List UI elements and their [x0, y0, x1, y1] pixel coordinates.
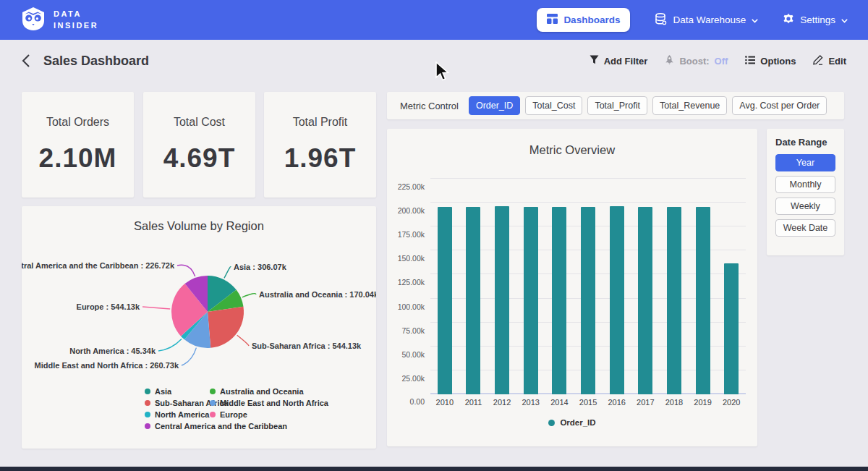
x-axis-tick: 2019 [689, 398, 718, 407]
bar-2011[interactable] [466, 207, 480, 394]
bar-2017[interactable] [638, 207, 652, 394]
pencil-icon [813, 55, 823, 67]
bar-2014[interactable] [552, 207, 566, 394]
pie-leader-line [158, 339, 182, 352]
nav-data-warehouse[interactable]: Data Warehouse [655, 13, 758, 27]
boost-state: Off [715, 56, 728, 67]
metric-chip-avg-cost-per-order[interactable]: Avg. Cost per Order [732, 96, 827, 115]
bar-chart-xticks: 2010201120122013201420152016201720182019… [430, 398, 746, 407]
chevron-down-icon [841, 14, 848, 25]
edit-button[interactable]: Edit [813, 55, 846, 67]
pie-leader-line [224, 267, 231, 279]
rocket-icon [665, 55, 674, 67]
pie-leader-line [142, 307, 170, 309]
x-axis-tick: 2017 [631, 398, 660, 407]
dashboards-grid-icon [547, 14, 558, 26]
list-options-icon [745, 56, 755, 67]
pie-label-middle-east-and-north-africa: Middle East and North Africa : 260.73k [35, 361, 179, 370]
top-navbar: DATA INSIDER Dashboards [0, 0, 868, 40]
pie-legend-item-asia[interactable]: Asia [145, 386, 210, 397]
pie-legend-item-australia-and-oceania[interactable]: Australia and Oceania [210, 386, 328, 397]
y-axis-tick: 125.00k [398, 278, 425, 287]
date-range-week-date[interactable]: Week Date [775, 219, 835, 237]
back-button[interactable] [22, 54, 30, 68]
x-axis-tick: 2016 [603, 398, 631, 407]
legend-dot [548, 420, 555, 426]
legend-dot [210, 400, 216, 406]
pie-legend-item-north-america[interactable]: North America [145, 409, 210, 420]
y-axis-tick: 100.00k [398, 302, 425, 311]
pie-legend-item-sub-saharan-africa[interactable]: Sub-Saharan Africa [145, 397, 210, 409]
page-title: Sales Dashboard [43, 54, 149, 69]
bottom-strip [0, 467, 868, 471]
kpi-label: Total Profit [293, 116, 348, 129]
bar-2019[interactable] [696, 207, 710, 394]
y-axis-tick: 25.00k [401, 374, 425, 383]
metric-chip-total-cost[interactable]: Total_Cost [525, 96, 582, 115]
x-axis-tick: 2020 [717, 398, 746, 407]
date-range-title: Date Range [775, 137, 835, 148]
x-axis-tick: 2015 [574, 398, 603, 407]
x-axis-tick: 2011 [459, 398, 488, 407]
metric-chip-total-revenue[interactable]: Total_Revenue [652, 96, 727, 115]
bar-2013[interactable] [524, 207, 538, 394]
legend-dot [145, 412, 150, 417]
kpi-card-total-profit: Total Profit 1.96T [264, 92, 376, 198]
database-icon [655, 13, 667, 27]
legend-label: Australia and Oceania [220, 387, 304, 396]
kpi-label: Total Cost [174, 116, 225, 129]
options-button[interactable]: Options [745, 56, 796, 67]
kpi-label: Total Orders [46, 116, 109, 129]
pie-label-sub-saharan-africa: Sub-Saharan Africa : 544.13k [252, 341, 362, 350]
metric-overview-chart-card: Metric Overview 0.0025.00k50.00k75.00k10… [387, 129, 757, 446]
pie-legend: AsiaSub-Saharan AfricaNorth AmericaCentr… [145, 386, 328, 432]
y-axis-tick: 225.00k [398, 182, 425, 191]
bar-2015[interactable] [581, 207, 595, 394]
date-range-year[interactable]: Year [775, 154, 835, 171]
legend-dot [210, 389, 216, 394]
metric-control-label: Metric Control [400, 101, 459, 111]
nav-settings[interactable]: Settings [783, 13, 848, 27]
legend-dot [145, 400, 150, 406]
gear-icon [783, 13, 794, 27]
legend-label: Order_ID [560, 418, 595, 427]
chevron-down-icon [752, 14, 758, 25]
bar-2012[interactable] [495, 206, 509, 394]
metric-chip-order-id[interactable]: Order_ID [469, 96, 520, 115]
add-filter-button[interactable]: Add Filter [590, 55, 648, 67]
y-axis-tick: 0.00 [410, 397, 425, 406]
bar-2010[interactable] [438, 207, 452, 394]
pie-legend-item-europe[interactable]: Europe [210, 409, 328, 420]
pie-leader-line [237, 335, 249, 346]
date-range-monthly[interactable]: Monthly [775, 176, 835, 193]
kpi-card-total-cost: Total Cost 4.69T [143, 92, 255, 198]
kpi-value: 1.96T [284, 143, 357, 174]
pie-leader-line [182, 348, 196, 365]
pie-legend-item-central-america-and-the-caribbean[interactable]: Central America and the Caribbean [145, 420, 210, 432]
legend-dot [145, 423, 150, 429]
date-range-buttons: YearMonthlyWeeklyWeek Date [775, 154, 835, 237]
x-axis-tick: 2014 [545, 398, 574, 407]
metric-chips: Order_IDTotal_CostTotal_ProfitTotal_Reve… [469, 96, 827, 115]
bar-chart-title: Metric Overview [387, 143, 757, 157]
boost-toggle[interactable]: Boost: Off [665, 55, 728, 67]
metric-chip-total-profit[interactable]: Total_Profit [587, 96, 647, 115]
sales-volume-pie-card: Sales Volume by Region Asia : 306.07kAus… [22, 206, 376, 449]
pie-legend-item-middle-east-and-north-africa[interactable]: Middle East and North Africa [210, 397, 328, 409]
pie-label-north-america: North America : 45.34k [69, 347, 156, 355]
legend-label: Asia [155, 387, 171, 396]
date-range-weekly[interactable]: Weekly [775, 198, 835, 215]
filter-funnel-icon [590, 55, 599, 67]
pie-slice-sub-saharan-africa[interactable] [208, 307, 244, 348]
bar-2020[interactable] [724, 263, 739, 394]
nav-dashboards-button[interactable]: Dashboards [537, 8, 630, 32]
pie-leader-line [177, 265, 195, 276]
bar-2018[interactable] [667, 207, 681, 394]
bar-2016[interactable] [610, 206, 624, 394]
pie-label-central-america-and-the-caribbean: Central America and the Caribbean : 226.… [22, 261, 175, 270]
brand[interactable]: DATA INSIDER [20, 7, 98, 34]
kpi-value: 2.10M [39, 143, 117, 174]
owl-logo-icon [20, 7, 46, 34]
bar-chart-legend[interactable]: Order_ID [387, 418, 757, 427]
legend-dot [145, 389, 150, 394]
